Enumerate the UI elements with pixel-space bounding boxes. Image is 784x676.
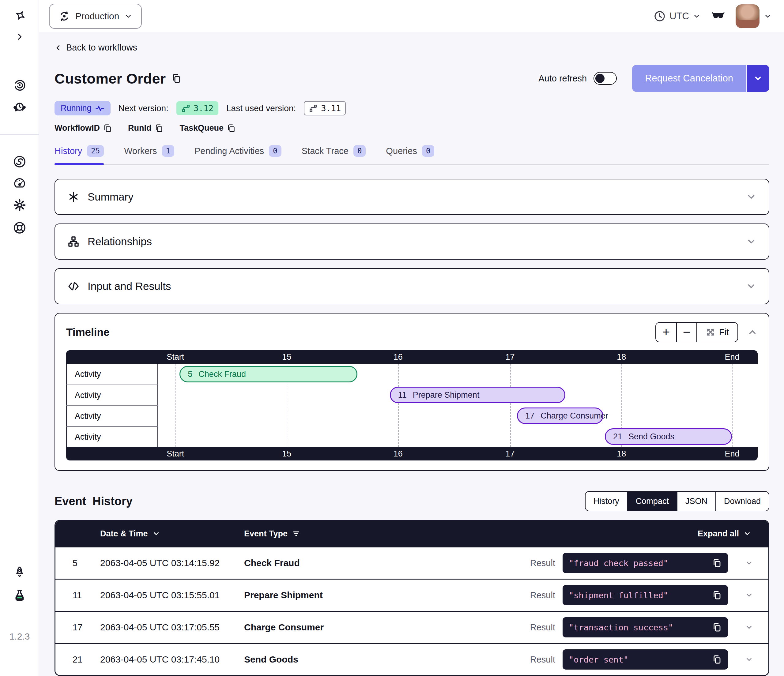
- chevron-down-icon[interactable]: [746, 236, 756, 247]
- expand-row-chevron-icon[interactable]: [745, 591, 753, 599]
- event-id: 11: [55, 590, 100, 600]
- expand-all-button[interactable]: Expand all: [698, 529, 751, 539]
- copy-icon[interactable]: [712, 558, 722, 568]
- result-value: "order sent": [569, 655, 712, 664]
- event-type: Check Fraud: [244, 558, 530, 568]
- content-area: Back to workflows Customer Order Auto re…: [39, 32, 784, 676]
- event-history-table: Date & Time Event Type Expand all 5 2063…: [54, 520, 769, 676]
- topbar: Production UTC: [39, 0, 784, 32]
- schedules-icon[interactable]: [12, 100, 26, 114]
- nexus-icon[interactable]: [12, 155, 26, 169]
- run-id-copy[interactable]: RunId: [128, 123, 163, 133]
- request-cancelation-button[interactable]: Request Cancelation: [632, 65, 746, 92]
- namespace-selector[interactable]: Production: [49, 4, 142, 29]
- tab-count-badge: 0: [269, 145, 281, 157]
- timeline-card: Timeline + − Fit: [54, 313, 769, 471]
- logo-star-icon[interactable]: [12, 10, 26, 24]
- event-row[interactable]: 17 2063-04-05 UTC 03:17:05.55 Charge Con…: [55, 611, 768, 643]
- chevron-down-icon[interactable]: [746, 281, 756, 291]
- timeline-title: Timeline: [66, 326, 109, 338]
- labs-flask-icon[interactable]: [12, 588, 26, 602]
- timeline-bar-send-goods[interactable]: 21Send Goods: [605, 428, 732, 445]
- avatar[interactable]: [736, 4, 759, 28]
- back-to-workflows-link[interactable]: Back to workflows: [54, 42, 137, 53]
- result-label: Result: [530, 590, 555, 600]
- task-queue-label: TaskQueue: [179, 123, 224, 133]
- zoom-out-button[interactable]: −: [676, 323, 697, 342]
- fit-button[interactable]: Fit: [697, 323, 737, 342]
- whats-new-rocket-icon[interactable]: [12, 566, 26, 580]
- event-type-column-filter[interactable]: Event Type: [244, 529, 698, 539]
- result-value: "transaction success": [569, 623, 712, 632]
- expand-row-chevron-icon[interactable]: [745, 656, 753, 664]
- chevron-down-icon: [764, 12, 772, 20]
- cancelation-options-caret[interactable]: [746, 65, 769, 92]
- event-time: 2063-04-05 UTC 03:17:05.55: [100, 622, 244, 632]
- view-json-button[interactable]: JSON: [677, 492, 716, 511]
- support-lifebuoy-icon[interactable]: [12, 221, 26, 235]
- view-compact-button[interactable]: Compact: [627, 492, 677, 511]
- sidebar: 1.2.3: [0, 0, 39, 676]
- view-download-button[interactable]: Download: [716, 492, 769, 511]
- relationships-section-header[interactable]: Relationships: [54, 224, 769, 260]
- date-time-column-sort[interactable]: Date & Time: [100, 529, 244, 539]
- timeline-bar-check-fraud[interactable]: 5Check Fraud: [179, 366, 357, 382]
- zoom-in-button[interactable]: +: [656, 323, 676, 342]
- summary-section-header[interactable]: Summary: [54, 179, 769, 215]
- usage-gauge-icon[interactable]: [12, 176, 26, 190]
- copy-icon[interactable]: [712, 590, 722, 600]
- timeline-rows: Activity 5Check Fraud Activity 11Prepare…: [66, 364, 758, 447]
- user-menu[interactable]: [736, 4, 772, 28]
- data-mask-glasses-icon[interactable]: [711, 9, 725, 24]
- result-value: "fraud check passed": [569, 558, 712, 568]
- result-chip: "transaction success": [563, 617, 728, 637]
- task-queue-copy[interactable]: TaskQueue: [179, 123, 236, 133]
- next-version-value: 3.12: [194, 104, 213, 113]
- tab-count-badge: 25: [87, 145, 104, 157]
- tab-stack-trace[interactable]: Stack Trace0: [302, 145, 366, 164]
- event-row[interactable]: 21 2063-04-05 UTC 03:17:45.10 Send Goods…: [55, 643, 768, 675]
- timeline-bar-charge-consumer[interactable]: 17Charge Consumer: [517, 407, 603, 424]
- workflows-icon[interactable]: [12, 78, 26, 92]
- chevron-down-icon: [124, 12, 132, 20]
- expand-row-chevron-icon[interactable]: [745, 623, 753, 631]
- row-label: Activity: [66, 426, 158, 447]
- timeline-row: Activity 11Prepare Shipment: [66, 385, 758, 406]
- event-time: 2063-04-05 UTC 03:15:55.01: [100, 590, 244, 600]
- copy-title-button[interactable]: [171, 73, 182, 84]
- copy-icon: [227, 124, 236, 133]
- result-label: Result: [530, 558, 555, 568]
- expand-row-chevron-icon[interactable]: [745, 559, 753, 567]
- result-chip: "fraud check passed": [563, 553, 728, 573]
- copy-icon[interactable]: [712, 654, 722, 664]
- request-cancelation-split-button: Request Cancelation: [632, 65, 769, 92]
- timezone-selector[interactable]: UTC: [653, 10, 701, 22]
- section-title: Input and Results: [87, 280, 171, 292]
- workflow-id-copy[interactable]: WorkflowID: [54, 123, 112, 133]
- section-title: Relationships: [87, 235, 152, 248]
- timeline-row: Activity 5Check Fraud: [66, 364, 758, 385]
- chevron-down-icon[interactable]: [746, 192, 756, 202]
- namespace-icon: [58, 10, 70, 22]
- view-history-button[interactable]: History: [586, 492, 627, 511]
- collapse-timeline-chevron-up-icon[interactable]: [747, 327, 758, 337]
- tab-workers[interactable]: Workers1: [124, 145, 174, 164]
- sidebar-divider: [0, 134, 39, 135]
- settings-gear-icon[interactable]: [12, 198, 26, 212]
- input-results-section-header[interactable]: Input and Results: [54, 268, 769, 304]
- auto-refresh-toggle[interactable]: [594, 72, 617, 85]
- branch-icon: [181, 104, 190, 113]
- tab-pending-activities[interactable]: Pending Activities0: [194, 145, 282, 164]
- copy-icon: [103, 124, 112, 133]
- result-label: Result: [530, 654, 555, 665]
- copy-icon[interactable]: [712, 622, 722, 632]
- tab-count-badge: 1: [162, 145, 174, 157]
- auto-refresh-label: Auto refresh: [538, 73, 587, 84]
- tab-history[interactable]: History25: [54, 145, 104, 164]
- event-row[interactable]: 5 2063-04-05 UTC 03:14:15.92 Check Fraud…: [55, 547, 768, 579]
- tab-queries[interactable]: Queries0: [386, 145, 434, 164]
- timeline-bar-prepare-shipment[interactable]: 11Prepare Shipment: [390, 387, 566, 403]
- expand-sidebar-icon[interactable]: [12, 30, 26, 44]
- event-row[interactable]: 11 2063-04-05 UTC 03:15:55.01 Prepare Sh…: [55, 579, 768, 611]
- timeline-zoom-controls: + − Fit: [655, 322, 738, 342]
